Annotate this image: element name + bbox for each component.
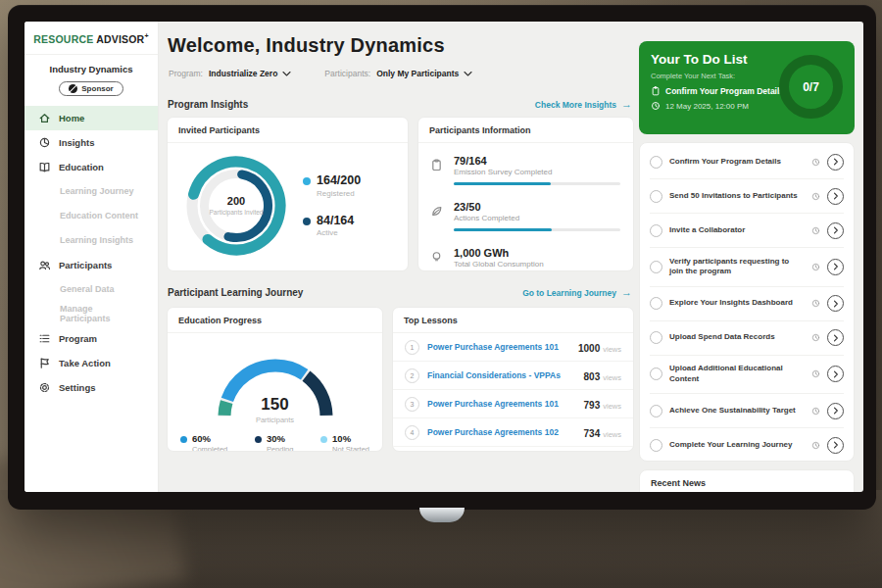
- chevron-right-button[interactable]: [827, 437, 844, 454]
- sidebar-item-learning-insights[interactable]: Learning Insights: [24, 228, 158, 253]
- todo-progress-value: 0/7: [803, 80, 819, 94]
- gauge-center-value: 150: [207, 395, 344, 415]
- filter-bar: Program: Industrialize Zero Participants…: [169, 69, 472, 78]
- task-checkbox[interactable]: [650, 261, 662, 273]
- task-checkbox[interactable]: [650, 190, 662, 203]
- chevron-right-button[interactable]: [827, 295, 844, 312]
- task-label: Verify participants requesting to join t…: [669, 257, 805, 278]
- chevron-right-button[interactable]: [827, 329, 844, 346]
- lesson-link[interactable]: Power Purchase Agreements 102: [427, 427, 576, 437]
- sidebar-item-manage-participants[interactable]: Manage Participants: [24, 302, 158, 326]
- program-filter-label: Program:: [169, 69, 203, 78]
- task-row[interactable]: Upload Additional Educational Content: [650, 356, 844, 395]
- sidebar-item-take-action[interactable]: Take Action: [24, 351, 158, 375]
- card-top-lessons: Top Lessons 1 Power Purchase Agreements …: [392, 307, 634, 452]
- logo-plus: +: [144, 32, 148, 39]
- task-list: Confirm Your Program Details Send 50 Inv…: [650, 145, 844, 463]
- participants-select[interactable]: Only My Participants: [376, 69, 472, 78]
- task-checkbox[interactable]: [650, 368, 662, 380]
- chevron-right-button[interactable]: [827, 222, 844, 239]
- task-checkbox[interactable]: [650, 439, 662, 452]
- participants-select-value: Only My Participants: [376, 69, 459, 78]
- program-select[interactable]: Industrialize Zero: [209, 69, 291, 78]
- legend-value: 60%: [192, 434, 227, 444]
- card-title: Education Progress: [168, 308, 382, 333]
- lesson-row: 5 Power Purchase Agreements 103 600views: [393, 447, 633, 452]
- sidebar-item-program[interactable]: Program: [24, 326, 158, 351]
- task-row[interactable]: Invite a Collaborator: [650, 214, 844, 248]
- card-title: Invited Participants: [168, 118, 408, 143]
- todo-due-date: 12 May 2025, 12:00 PM: [665, 102, 749, 111]
- clock-icon: [811, 158, 820, 167]
- sponsor-icon: [69, 84, 77, 93]
- chevron-right-button[interactable]: [827, 154, 844, 171]
- gauge-legend: 60% Completed 30% Pending 10% Not Starte…: [168, 422, 382, 452]
- bulb-icon: [430, 250, 443, 263]
- check-more-insights-label: Check More Insights: [535, 100, 616, 110]
- check-more-insights-link[interactable]: Check More Insights →: [535, 99, 632, 110]
- stat-value: 1,000 GWh: [454, 247, 621, 259]
- sidebar-item-home[interactable]: Home: [24, 106, 158, 130]
- clock-icon: [651, 101, 661, 111]
- sidebar-item-label: Settings: [59, 382, 95, 393]
- sidebar-item-education-content[interactable]: Education Content: [24, 204, 158, 228]
- task-checkbox[interactable]: [650, 224, 662, 237]
- go-to-learning-journey-link[interactable]: Go to Learning Journey →: [522, 287, 632, 298]
- sidebar-item-participants[interactable]: Participants: [24, 253, 158, 277]
- leaf-icon: [430, 204, 443, 217]
- sidebar-item-insights[interactable]: Insights: [24, 130, 158, 155]
- insights-icon: [38, 136, 51, 149]
- participants-filter-label: Participants:: [324, 69, 370, 78]
- chevron-right-button[interactable]: [827, 403, 844, 419]
- task-checkbox[interactable]: [650, 405, 662, 417]
- card-title: Top Lessons: [393, 308, 633, 333]
- sidebar-item-settings[interactable]: Settings: [24, 375, 158, 400]
- legend-item: 30% Pending: [255, 434, 294, 452]
- dashboard-screen: RESOURCE ADVISOR+ Industry Dynamics Spon…: [24, 22, 863, 492]
- legend-label: Not Started: [332, 445, 369, 452]
- task-checkbox[interactable]: [650, 297, 662, 310]
- chevron-right-button[interactable]: [827, 259, 844, 275]
- legend-item: 84/164 Active: [303, 215, 361, 238]
- clock-icon: [811, 369, 820, 378]
- lesson-row: 3 Power Purchase Agreements 101 793views: [393, 390, 633, 418]
- task-checkbox[interactable]: [650, 331, 662, 344]
- task-row[interactable]: Upload Spend Data Records: [650, 321, 844, 356]
- legend-dot: [180, 436, 187, 443]
- task-row[interactable]: Verify participants requesting to join t…: [650, 248, 844, 287]
- progress-bar-fill: [454, 182, 551, 185]
- task-row[interactable]: Explore Your Insights Dashboard: [650, 287, 844, 321]
- card-education-progress: Education Progress 150 Participants: [167, 307, 383, 452]
- settings-icon: [38, 381, 51, 394]
- sidebar-item-label: Learning Insights: [60, 235, 133, 245]
- task-row[interactable]: Confirm Your Program Details: [650, 145, 844, 179]
- app-logo: RESOURCE ADVISOR+: [24, 22, 158, 55]
- legend-value: 30%: [267, 434, 294, 444]
- lesson-views-suffix: views: [603, 373, 621, 382]
- sidebar-item-label: Home: [59, 113, 84, 123]
- chevron-right-button[interactable]: [827, 366, 844, 382]
- task-row[interactable]: Complete Your Learning Journey: [650, 428, 844, 463]
- clock-icon: [811, 192, 820, 201]
- task-row[interactable]: Achieve One Sustainability Target: [650, 394, 844, 428]
- sidebar-item-general-data[interactable]: General Data: [24, 277, 158, 302]
- sidebar-item-learning-journey[interactable]: Learning Journey: [24, 179, 158, 204]
- todo-panel: Your To Do List Complete Your Next Task:…: [639, 41, 855, 134]
- org-name: Industry Dynamics: [24, 64, 158, 74]
- stat-row: 23/50 Actions Completed: [430, 197, 621, 243]
- task-row[interactable]: Send 50 Invitations to Participants: [650, 179, 844, 214]
- donut-chart: 200 Participants Invited: [181, 151, 291, 261]
- sidebar-item-education[interactable]: Education: [24, 155, 158, 179]
- progress-bar-fill: [454, 228, 552, 231]
- card-title: Recent News: [640, 470, 854, 492]
- stat-label: Total Global Consumption: [454, 260, 621, 269]
- lesson-link[interactable]: Power Purchase Agreements 101: [427, 342, 570, 352]
- chevron-right-button[interactable]: [827, 188, 844, 205]
- lesson-link[interactable]: Power Purchase Agreements 101: [427, 399, 576, 409]
- task-checkbox[interactable]: [650, 156, 662, 169]
- sidebar-item-label: Manage Participants: [60, 304, 144, 323]
- lesson-row: 1 Power Purchase Agreements 101 1000view…: [393, 333, 633, 362]
- section-title-program-insights: Program Insights: [168, 99, 248, 110]
- lesson-link[interactable]: Financial Considerations - VPPAs: [427, 370, 576, 380]
- chevron-down-icon: [464, 71, 472, 77]
